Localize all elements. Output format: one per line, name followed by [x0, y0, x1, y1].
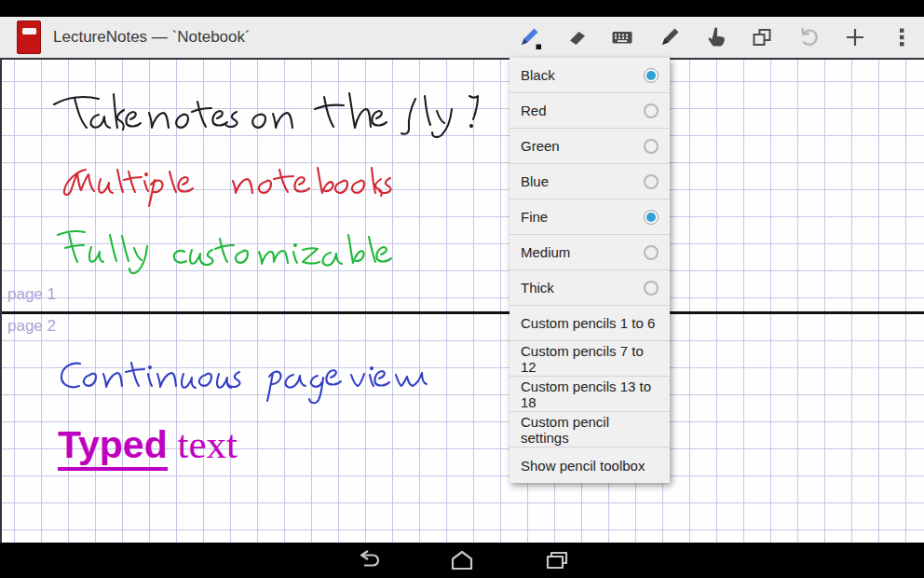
menu-item-green[interactable]: Green: [510, 129, 670, 164]
radio-red: [644, 103, 659, 118]
menu-item-show-pencil-toolbox[interactable]: Show pencil toolbox: [510, 447, 670, 483]
eraser-button[interactable]: [555, 17, 596, 58]
app-title: LectureNotes — `Notebook´: [53, 17, 251, 58]
menu-item-custom-pencils-1-6[interactable]: Custom pencils 1 to 6: [510, 306, 670, 341]
handwriting-multiple-notebooks: [64, 168, 391, 206]
handwriting-fully-customizable: [58, 231, 391, 273]
undo-icon: [795, 24, 822, 50]
keyboard-icon: [609, 24, 635, 50]
home-icon: [446, 549, 478, 571]
menu-item-red[interactable]: Red: [510, 93, 670, 129]
radio-fine: [644, 210, 659, 225]
menu-item-medium[interactable]: Medium: [510, 235, 670, 270]
typed-text-serif: text: [168, 422, 238, 466]
pencil-blue-icon: [516, 24, 542, 50]
radio-green: [644, 139, 659, 154]
add-page-button[interactable]: [835, 17, 876, 58]
app-notebook-icon[interactable]: [17, 21, 41, 54]
undo-button[interactable]: [788, 17, 829, 58]
pencil-button[interactable]: [648, 17, 689, 58]
pencil-dropdown-menu: Black Red Green Blue Fine Medium Thick: [510, 58, 670, 483]
handwriting-take-notes: [54, 93, 478, 137]
menu-item-custom-pencils-13-18[interactable]: Custom pencils 13 to 18: [510, 377, 670, 412]
menu-item-blue[interactable]: Blue: [510, 164, 670, 200]
notebook-canvas[interactable]: page 1 page 2: [0, 58, 924, 543]
hand-tool-button[interactable]: [695, 17, 736, 58]
toolbar: [509, 17, 922, 58]
back-button[interactable]: [351, 548, 383, 572]
radio-blue: [644, 174, 659, 189]
back-icon: [351, 549, 383, 571]
recents-button[interactable]: [541, 548, 573, 572]
status-bar: [0, 0, 924, 17]
hand-icon: [702, 24, 728, 50]
typed-text: Typed text: [58, 421, 238, 467]
typed-text-bold: Typed: [58, 423, 168, 471]
plus-icon: [842, 24, 868, 50]
handwriting-continuous-page-view: [61, 363, 427, 403]
home-button[interactable]: [446, 548, 478, 572]
menu-item-black[interactable]: Black: [510, 58, 670, 93]
keyboard-button[interactable]: [602, 17, 643, 58]
duplicate-button[interactable]: [741, 17, 782, 58]
radio-black: [644, 68, 659, 83]
menu-item-thick[interactable]: Thick: [510, 270, 670, 306]
notebook-band: [22, 28, 36, 34]
radio-medium: [644, 245, 659, 260]
overflow-menu-icon: [889, 24, 915, 50]
screen: LectureNotes — `Notebook´: [0, 0, 924, 578]
active-pencil-button[interactable]: [509, 17, 550, 58]
recents-icon: [541, 549, 573, 571]
eraser-icon: [563, 24, 589, 50]
pencil-icon: [656, 24, 682, 50]
menu-item-custom-pencils-7-12[interactable]: Custom pencils 7 to 12: [510, 341, 670, 377]
copy-pages-icon: [749, 24, 775, 50]
menu-item-fine[interactable]: Fine: [510, 200, 670, 235]
action-bar: LectureNotes — `Notebook´: [0, 17, 924, 58]
menu-item-custom-pencil-settings[interactable]: Custom pencil settings: [510, 412, 670, 447]
radio-thick: [644, 281, 659, 296]
overflow-menu-button[interactable]: [881, 17, 922, 58]
navigation-bar: [0, 543, 924, 578]
